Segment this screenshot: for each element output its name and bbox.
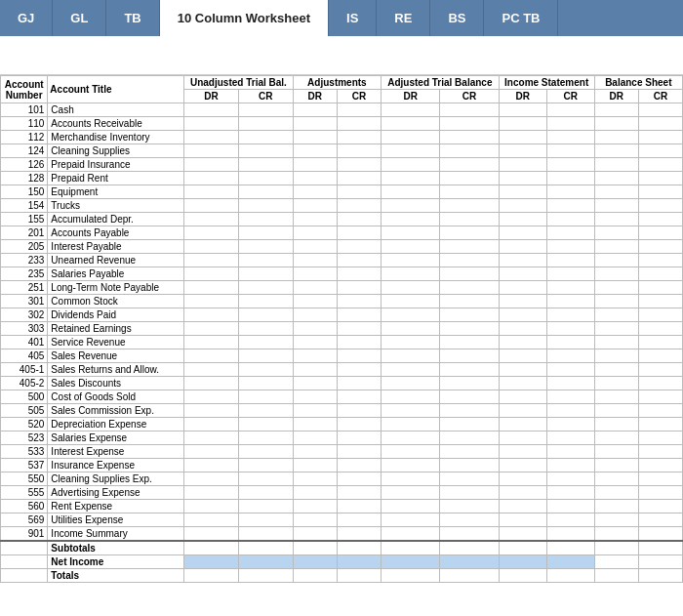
atb-cr[interactable]	[440, 363, 499, 377]
adj-dr[interactable]	[293, 500, 337, 513]
bs-cr[interactable]	[638, 281, 682, 295]
is-dr[interactable]	[499, 308, 546, 322]
utb-dr[interactable]	[184, 431, 239, 445]
atb-dr[interactable]	[382, 240, 440, 254]
is-dr[interactable]	[499, 500, 546, 513]
atb-cr[interactable]	[440, 486, 499, 500]
adj-dr[interactable]	[293, 185, 337, 199]
adj-cr[interactable]	[337, 390, 381, 404]
atb-cr[interactable]	[440, 131, 499, 144]
atb-dr[interactable]	[382, 254, 440, 267]
is-cr[interactable]	[546, 185, 594, 199]
adj-cr[interactable]	[337, 267, 381, 281]
is-cr[interactable]	[546, 349, 594, 363]
is-dr[interactable]	[499, 117, 546, 131]
is-cr[interactable]	[546, 131, 594, 144]
bs-cr[interactable]	[638, 267, 682, 281]
adj-cr[interactable]	[337, 459, 381, 472]
atb-cr[interactable]	[440, 349, 499, 363]
adj-dr[interactable]	[293, 226, 337, 240]
adj-dr[interactable]	[293, 117, 337, 131]
is-dr[interactable]	[499, 513, 546, 527]
atb-dr[interactable]	[382, 336, 440, 349]
adj-cr[interactable]	[337, 363, 381, 377]
adj-cr[interactable]	[337, 308, 381, 322]
bs-dr[interactable]	[594, 336, 638, 349]
is-dr[interactable]	[499, 185, 546, 199]
bs-cr[interactable]	[638, 308, 682, 322]
atb-dr[interactable]	[382, 267, 440, 281]
utb-cr[interactable]	[238, 322, 293, 336]
is-cr[interactable]	[546, 500, 594, 513]
utb-cr[interactable]	[238, 500, 293, 513]
bs-dr[interactable]	[594, 486, 638, 500]
is-cr[interactable]	[546, 390, 594, 404]
adj-cr[interactable]	[337, 418, 381, 431]
bs-dr[interactable]	[594, 308, 638, 322]
adj-cr[interactable]	[337, 377, 381, 390]
adj-cr[interactable]	[337, 349, 381, 363]
atb-cr[interactable]	[440, 117, 499, 131]
bs-dr[interactable]	[594, 281, 638, 295]
adj-cr[interactable]	[337, 295, 381, 308]
utb-cr[interactable]	[238, 308, 293, 322]
adj-dr[interactable]	[293, 322, 337, 336]
utb-dr[interactable]	[184, 226, 239, 240]
utb-cr[interactable]	[238, 172, 293, 185]
atb-dr[interactable]	[382, 527, 440, 542]
bs-cr[interactable]	[638, 390, 682, 404]
atb-cr[interactable]	[440, 281, 499, 295]
utb-cr[interactable]	[238, 513, 293, 527]
atb-dr[interactable]	[382, 390, 440, 404]
utb-cr[interactable]	[238, 240, 293, 254]
is-cr[interactable]	[546, 103, 594, 117]
is-dr[interactable]	[499, 144, 546, 158]
bs-cr[interactable]	[638, 418, 682, 431]
utb-dr[interactable]	[184, 199, 239, 213]
atb-dr[interactable]	[382, 131, 440, 144]
atb-cr[interactable]	[440, 390, 499, 404]
atb-cr[interactable]	[440, 336, 499, 349]
utb-cr[interactable]	[238, 390, 293, 404]
bs-cr[interactable]	[638, 472, 682, 486]
bs-cr[interactable]	[638, 527, 682, 542]
is-dr[interactable]	[499, 486, 546, 500]
adj-cr[interactable]	[337, 527, 381, 542]
is-dr[interactable]	[499, 322, 546, 336]
adj-cr[interactable]	[337, 172, 381, 185]
bs-cr[interactable]	[638, 404, 682, 418]
is-cr[interactable]	[546, 336, 594, 349]
utb-cr[interactable]	[238, 418, 293, 431]
is-cr[interactable]	[546, 527, 594, 542]
is-dr[interactable]	[499, 295, 546, 308]
is-dr[interactable]	[499, 281, 546, 295]
utb-dr[interactable]	[184, 308, 239, 322]
atb-dr[interactable]	[382, 500, 440, 513]
is-cr[interactable]	[546, 404, 594, 418]
atb-cr[interactable]	[440, 527, 499, 542]
bs-cr[interactable]	[638, 226, 682, 240]
utb-cr[interactable]	[238, 295, 293, 308]
utb-dr[interactable]	[184, 363, 239, 377]
bs-dr[interactable]	[594, 144, 638, 158]
is-cr[interactable]	[546, 472, 594, 486]
utb-cr[interactable]	[238, 404, 293, 418]
atb-dr[interactable]	[382, 363, 440, 377]
is-dr[interactable]	[499, 158, 546, 172]
is-dr[interactable]	[499, 363, 546, 377]
atb-cr[interactable]	[440, 199, 499, 213]
utb-cr[interactable]	[238, 459, 293, 472]
atb-dr[interactable]	[382, 281, 440, 295]
is-cr[interactable]	[546, 117, 594, 131]
atb-cr[interactable]	[440, 322, 499, 336]
bs-dr[interactable]	[594, 240, 638, 254]
adj-dr[interactable]	[293, 308, 337, 322]
is-dr[interactable]	[499, 254, 546, 267]
utb-dr[interactable]	[184, 117, 239, 131]
bs-dr[interactable]	[594, 254, 638, 267]
tab-is[interactable]: IS	[329, 0, 377, 36]
adj-dr[interactable]	[293, 527, 337, 542]
is-dr[interactable]	[499, 349, 546, 363]
utb-dr[interactable]	[184, 295, 239, 308]
adj-dr[interactable]	[293, 513, 337, 527]
